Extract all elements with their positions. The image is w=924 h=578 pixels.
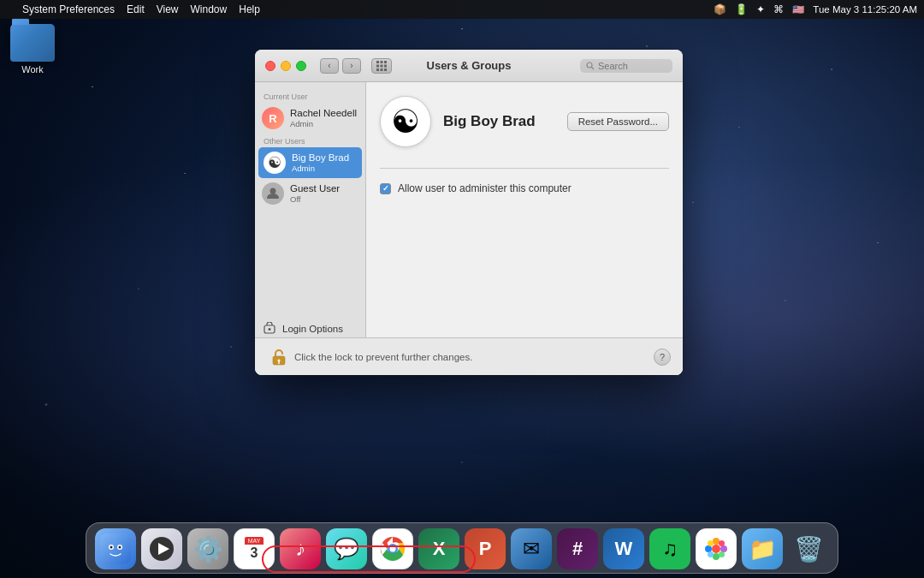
sidebar-item-rachel[interactable]: R Rachel Needell Admin bbox=[255, 103, 365, 134]
window-bottom-bar: Click the lock to prevent further change… bbox=[255, 337, 683, 375]
main-panel: ☯ Big Boy Brad Reset Password... Allow u… bbox=[366, 82, 683, 375]
grid-button[interactable] bbox=[371, 58, 392, 74]
spotify-icon: ♫ bbox=[662, 537, 678, 561]
rachel-role: Admin bbox=[290, 119, 357, 128]
svg-rect-0 bbox=[376, 61, 379, 63]
dock-icon-slack[interactable]: # bbox=[557, 528, 598, 569]
svg-rect-1 bbox=[381, 61, 383, 63]
dock-icon-finder[interactable] bbox=[95, 528, 136, 569]
rachel-name: Rachel Needell bbox=[290, 108, 357, 120]
svg-rect-5 bbox=[384, 64, 387, 67]
nav-buttons: ‹ › bbox=[320, 58, 361, 74]
menu-view[interactable]: View bbox=[157, 3, 179, 15]
launchpad-icon bbox=[149, 536, 175, 562]
search-box[interactable] bbox=[580, 59, 672, 73]
lock-button[interactable] bbox=[267, 345, 291, 369]
users-groups-window: ‹ › Users & Groups bbox=[255, 50, 683, 375]
minimize-button[interactable] bbox=[281, 61, 291, 71]
svg-point-20 bbox=[110, 546, 113, 549]
wifi-icon: ⌘ bbox=[773, 3, 784, 15]
dock-icon-messages[interactable]: 💬 bbox=[326, 528, 367, 569]
bigboybrad-name: Big Boy Brad bbox=[292, 152, 349, 164]
dock-icon-photos[interactable] bbox=[696, 528, 737, 569]
forward-button[interactable]: › bbox=[342, 58, 361, 74]
files-folder-icon: 📁 bbox=[749, 536, 776, 563]
guest-avatar bbox=[262, 182, 284, 205]
sidebar: Current User R Rachel Needell Admin Othe… bbox=[255, 82, 366, 375]
sysprefs-gear-icon: ⚙️ bbox=[193, 535, 223, 563]
dock-icon-trash[interactable]: 🗑️ bbox=[788, 528, 829, 569]
maximize-button[interactable] bbox=[296, 61, 306, 71]
close-button[interactable] bbox=[265, 61, 275, 71]
folder-label: Work bbox=[21, 64, 43, 74]
slack-icon: # bbox=[572, 538, 583, 560]
svg-line-10 bbox=[592, 67, 595, 69]
svg-point-9 bbox=[587, 63, 592, 68]
dock-icon-powerpoint[interactable]: P bbox=[465, 528, 506, 569]
svg-point-28 bbox=[712, 545, 720, 553]
login-options-icon bbox=[262, 321, 277, 337]
window-titlebar: ‹ › Users & Groups bbox=[255, 50, 683, 82]
admin-checkbox[interactable] bbox=[380, 183, 391, 194]
svg-point-31 bbox=[705, 545, 712, 552]
reset-password-button[interactable]: Reset Password... bbox=[567, 112, 669, 131]
menu-edit[interactable]: Edit bbox=[127, 3, 145, 15]
sidebar-item-bigboybrad[interactable]: Big Boy Brad Admin bbox=[258, 147, 362, 178]
search-input[interactable] bbox=[598, 61, 666, 71]
svg-rect-4 bbox=[381, 64, 383, 67]
dock-icon-spotify[interactable]: ♫ bbox=[649, 528, 690, 569]
svg-rect-8 bbox=[384, 69, 387, 71]
dock-icon-chrome[interactable] bbox=[372, 528, 413, 569]
dock-icon-sysprefs[interactable]: ⚙️ bbox=[187, 528, 228, 569]
login-options-label: Login Options bbox=[282, 324, 343, 334]
dock-icon-launchpad[interactable] bbox=[141, 528, 182, 569]
messages-bubble-icon: 💬 bbox=[334, 537, 359, 561]
svg-rect-7 bbox=[381, 69, 383, 71]
svg-point-33 bbox=[708, 540, 714, 546]
svg-point-27 bbox=[390, 546, 396, 552]
svg-point-11 bbox=[270, 188, 276, 194]
menubar: System Preferences Edit View Window Help… bbox=[0, 0, 924, 19]
dock-icon-word[interactable]: W bbox=[603, 528, 644, 569]
dock-icon-calendar[interactable]: MAY 3 bbox=[234, 528, 275, 569]
powerpoint-icon: P bbox=[479, 538, 492, 560]
dock-icon-files[interactable]: 📁 bbox=[742, 528, 783, 569]
main-avatar: ☯ bbox=[380, 96, 431, 147]
dock: ⚙️ MAY 3 ♪ 💬 bbox=[86, 522, 838, 574]
bigboybrad-avatar bbox=[264, 152, 286, 174]
dock-icon-excel[interactable]: X bbox=[418, 528, 459, 569]
desktop-folder-work[interactable]: Work bbox=[10, 24, 55, 74]
svg-point-29 bbox=[713, 538, 720, 545]
user-header: ☯ Big Boy Brad Reset Password... bbox=[380, 96, 669, 147]
folder-icon bbox=[10, 24, 55, 62]
main-user-name: Big Boy Brad bbox=[443, 113, 536, 130]
flag-icon: 🇺🇸 bbox=[792, 3, 804, 15]
sidebar-item-guest[interactable]: Guest User Off bbox=[255, 178, 365, 209]
svg-point-30 bbox=[713, 553, 720, 560]
rachel-avatar: R bbox=[262, 107, 284, 129]
back-button[interactable]: ‹ bbox=[320, 58, 339, 74]
dock-icon-music[interactable]: ♪ bbox=[280, 528, 321, 569]
photos-icon bbox=[703, 536, 729, 562]
menu-window[interactable]: Window bbox=[191, 3, 228, 15]
chrome-icon bbox=[380, 536, 406, 562]
help-button[interactable]: ? bbox=[654, 349, 671, 366]
menu-help[interactable]: Help bbox=[239, 3, 260, 15]
search-icon bbox=[586, 62, 595, 70]
current-user-label: Current User bbox=[255, 89, 365, 103]
app-name[interactable]: System Preferences bbox=[22, 3, 115, 15]
finder-face-icon bbox=[100, 533, 131, 564]
svg-rect-3 bbox=[376, 64, 379, 67]
admin-checkbox-row: Allow user to administer this computer bbox=[380, 182, 669, 194]
mail-icon: ✉ bbox=[523, 537, 540, 561]
music-note-icon: ♪ bbox=[295, 537, 305, 561]
bluetooth-icon: ✦ bbox=[756, 3, 765, 15]
guest-name: Guest User bbox=[290, 183, 340, 195]
menubar-left: System Preferences Edit View Window Help bbox=[7, 3, 260, 15]
svg-point-21 bbox=[119, 546, 121, 549]
dock-icon-mail[interactable]: ✉ bbox=[511, 528, 552, 569]
lock-message: Click the lock to prevent further change… bbox=[294, 352, 472, 362]
excel-icon: X bbox=[433, 538, 446, 560]
window-content: Current User R Rachel Needell Admin Othe… bbox=[255, 82, 683, 375]
dropbox-icon: 📦 bbox=[714, 3, 726, 15]
